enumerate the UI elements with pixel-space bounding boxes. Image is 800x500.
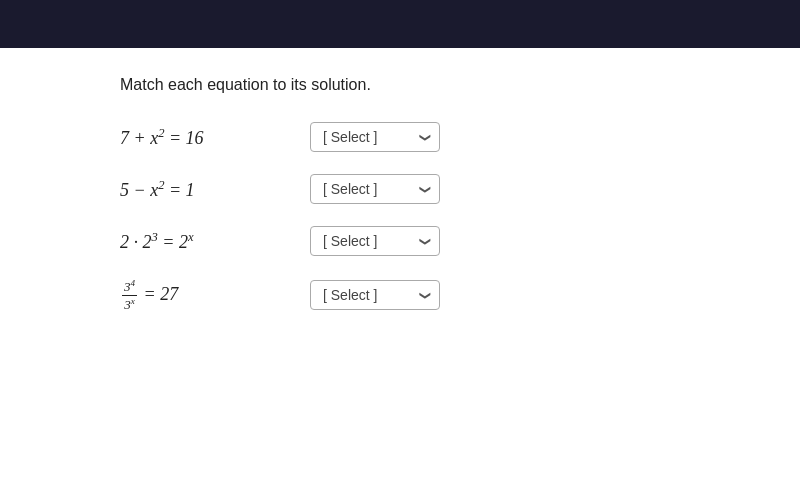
eq4-select-container: [ Select ] x = 1 x = 2 x = 3 x = 4 (310, 280, 440, 310)
equation-row-1: 7 + x2 = 16 [ Select ] x = 1 x = 2 x = 3… (120, 122, 770, 152)
eq1-text: 7 + x2 = 16 (120, 126, 204, 149)
eq1-select-container: [ Select ] x = 1 x = 2 x = 3 x = 4 (310, 122, 440, 152)
fraction-denominator: 3x (122, 296, 137, 313)
eq1-select[interactable]: [ Select ] x = 1 x = 2 x = 3 x = 4 (310, 122, 440, 152)
eq3-select-container: [ Select ] x = 1 x = 2 x = 3 x = 4 (310, 226, 440, 256)
main-content: Match each equation to its solution. 7 +… (0, 48, 800, 500)
eq3-text: 2 · 23 = 2x (120, 230, 194, 253)
eq3-select[interactable]: [ Select ] x = 1 x = 2 x = 3 x = 4 (310, 226, 440, 256)
equation-4: 34 3x = 27 (120, 278, 300, 313)
top-bar (0, 0, 800, 48)
equation-1: 7 + x2 = 16 (120, 126, 300, 149)
instructions-text: Match each equation to its solution. (120, 76, 770, 94)
equation-2: 5 − x2 = 1 (120, 178, 300, 201)
eq4-select[interactable]: [ Select ] x = 1 x = 2 x = 3 x = 4 (310, 280, 440, 310)
eq2-select[interactable]: [ Select ] x = 1 x = 2 x = 3 x = 4 (310, 174, 440, 204)
equation-row-4: 34 3x = 27 [ Select ] x = 1 x = 2 x = 3 … (120, 278, 770, 313)
equation-3: 2 · 23 = 2x (120, 230, 300, 253)
eq2-select-container: [ Select ] x = 1 x = 2 x = 3 x = 4 (310, 174, 440, 204)
eq2-text: 5 − x2 = 1 (120, 178, 195, 201)
fraction: 34 3x (122, 278, 137, 313)
eq4-text: 34 3x = 27 (120, 278, 178, 313)
equation-row-2: 5 − x2 = 1 [ Select ] x = 1 x = 2 x = 3 … (120, 174, 770, 204)
equation-row-3: 2 · 23 = 2x [ Select ] x = 1 x = 2 x = 3… (120, 226, 770, 256)
fraction-numerator: 34 (122, 278, 137, 296)
